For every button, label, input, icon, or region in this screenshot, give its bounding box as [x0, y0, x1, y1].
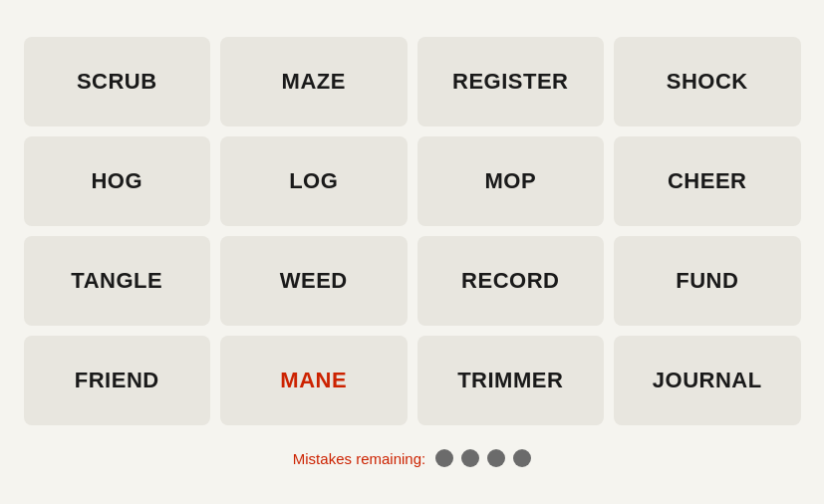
mistake-dot-1: [435, 449, 453, 467]
word-card-fund[interactable]: FUND: [614, 236, 801, 326]
mistake-dot-2: [461, 449, 479, 467]
word-card-log[interactable]: LOG: [220, 136, 408, 226]
mistake-dot-4: [513, 449, 531, 467]
mistakes-label: Mistakes remaining:: [293, 450, 425, 467]
word-card-scrub[interactable]: SCRUB: [24, 37, 211, 126]
word-label-tangle: TANGLE: [71, 268, 162, 294]
word-label-maze: MAZE: [282, 69, 346, 95]
word-label-fund: FUND: [676, 268, 738, 294]
word-label-cheer: CHEER: [668, 168, 747, 194]
mistakes-row: Mistakes remaining:: [293, 449, 531, 467]
word-grid: SCRUBMAZEREGISTERSHOCKHOGLOGMOPCHEERTANG…: [24, 37, 801, 425]
word-card-weed[interactable]: WEED: [220, 236, 408, 326]
mistake-dot-3: [487, 449, 505, 467]
word-card-mop[interactable]: MOP: [417, 136, 605, 226]
word-card-trimmer[interactable]: TRIMMER: [417, 336, 605, 425]
word-card-journal[interactable]: JOURNAL: [614, 336, 801, 425]
word-label-weed: WEED: [280, 268, 348, 294]
word-label-mop: MOP: [484, 168, 536, 194]
word-label-friend: FRIEND: [75, 368, 159, 393]
word-card-friend[interactable]: FRIEND: [24, 336, 211, 425]
word-card-cheer[interactable]: CHEER: [614, 136, 801, 226]
word-card-maze[interactable]: MAZE: [220, 37, 408, 126]
dots-container: [435, 449, 531, 467]
word-label-hog: HOG: [91, 168, 142, 194]
word-label-trimmer: TRIMMER: [457, 368, 563, 393]
word-label-scrub: SCRUB: [77, 69, 157, 95]
word-card-tangle[interactable]: TANGLE: [24, 236, 211, 326]
word-label-register: REGISTER: [452, 69, 568, 95]
word-label-record: RECORD: [461, 268, 559, 294]
word-label-journal: JOURNAL: [653, 368, 762, 393]
word-label-shock: SHOCK: [667, 69, 748, 95]
word-card-hog[interactable]: HOG: [24, 136, 211, 226]
word-label-log: LOG: [289, 168, 338, 194]
word-card-register[interactable]: REGISTER: [417, 37, 605, 126]
word-label-mane: MANE: [280, 368, 347, 393]
word-card-shock[interactable]: SHOCK: [614, 37, 801, 126]
word-card-record[interactable]: RECORD: [417, 236, 605, 326]
word-card-mane[interactable]: MANE: [220, 336, 408, 425]
